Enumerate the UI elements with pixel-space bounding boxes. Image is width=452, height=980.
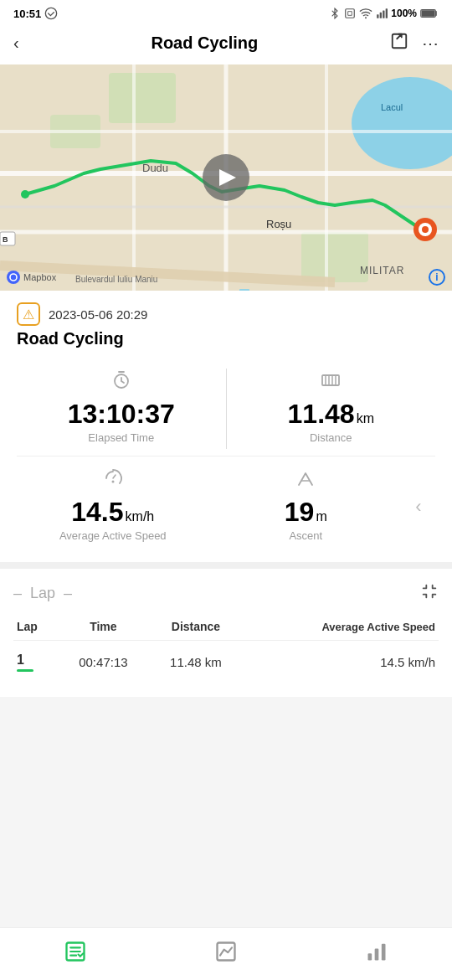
svg-line-50: [113, 475, 116, 478]
map-view: Lacul Bulevardul Iuliu Maniu E81 Dudu Ro…: [0, 64, 452, 291]
ascent-icon: [295, 468, 316, 493]
svg-rect-5: [383, 11, 384, 18]
stats-nav-icon: [365, 940, 388, 963]
wifi-icon: [359, 8, 372, 19]
mapbox-label: Mapbox: [23, 272, 56, 282]
distance-stat: 11.48 km Distance: [227, 362, 436, 456]
activity-nav-icon: [64, 940, 87, 963]
lap-number-cell: 1: [13, 641, 58, 684]
svg-text:Roșu: Roșu: [266, 218, 291, 230]
lap-expand-button[interactable]: [420, 582, 439, 605]
svg-rect-59: [382, 944, 386, 961]
stats-row-divider: [17, 456, 435, 456]
lap-distance-cell: 11.48 km: [148, 641, 243, 684]
map-info-button[interactable]: i: [429, 269, 445, 286]
expand-icon: [420, 582, 439, 601]
svg-rect-4: [380, 13, 382, 18]
stats-row-1: 13:10:37 Elapsed Time 11.48 km Distance: [17, 362, 435, 456]
warning-badge: ⚠: [17, 302, 40, 326]
avg-speed-label: Average Active Speed: [59, 529, 167, 542]
bottom-navigation: [0, 927, 452, 980]
svg-point-49: [111, 481, 114, 483]
ascent-stat: 19 m Ascent: [210, 460, 403, 554]
lap-table-header: Lap Time Distance Average Active Speed: [13, 613, 439, 641]
svg-point-41: [7, 271, 20, 284]
header-actions: ⋯: [390, 32, 439, 54]
elapsed-time-value: 13:10:37: [68, 399, 175, 430]
timer-icon: [111, 370, 131, 395]
check-circle-icon: [44, 7, 58, 20]
svg-rect-3: [377, 14, 378, 18]
nav-chart[interactable]: [194, 936, 258, 967]
activity-date-row: ⚠ 2023-05-06 20:29: [17, 302, 435, 326]
svg-point-34: [21, 190, 29, 199]
distance-label: Distance: [310, 431, 352, 444]
svg-rect-1: [346, 9, 355, 18]
status-bar: 10:51 100%: [0, 0, 452, 25]
bluetooth-icon: [329, 8, 341, 19]
more-button[interactable]: ⋯: [422, 34, 439, 54]
activity-date: 2023-05-06 20:29: [49, 307, 147, 322]
lap-title: – Lap –: [13, 585, 72, 602]
lap-underline: [17, 669, 33, 672]
page-title: Road Cycling: [151, 34, 258, 53]
svg-rect-13: [109, 73, 176, 123]
mapbox-logo: Mapbox: [7, 271, 56, 284]
lap-time-cell: 00:47:13: [58, 641, 148, 684]
svg-rect-15: [301, 232, 368, 282]
table-row: 1 00:47:13 11.48 km 14.5 km/h: [13, 641, 439, 684]
lap-dash-right: –: [64, 585, 72, 602]
activity-info-section: ⚠ 2023-05-06 20:29 Road Cycling 13:10:37…: [0, 291, 452, 562]
export-button[interactable]: [390, 32, 408, 54]
distance-value: 11.48 km: [288, 399, 374, 430]
status-time: 10:51: [13, 7, 58, 20]
svg-text:B: B: [3, 235, 8, 244]
nfc-icon: [344, 8, 356, 19]
svg-point-2: [365, 17, 367, 18]
chart-nav-icon: [214, 940, 238, 963]
svg-rect-40: [239, 289, 249, 291]
section-divider: [0, 562, 452, 569]
svg-text:Lacul: Lacul: [381, 102, 403, 112]
play-button[interactable]: [203, 154, 249, 201]
nav-stats[interactable]: [345, 936, 408, 967]
bottom-spacer: [0, 697, 452, 764]
lap-section: – Lap – Lap Time Distance Average Active…: [0, 569, 452, 697]
svg-point-0: [46, 8, 57, 18]
avg-speed-value: 14.5 km/h: [71, 497, 154, 528]
export-icon: [390, 32, 408, 50]
lap-number: 1: [17, 652, 54, 668]
col-lap: Lap: [13, 613, 58, 641]
top-navigation: ‹ Road Cycling ⋯: [0, 25, 452, 64]
signal-icon: [376, 8, 388, 19]
svg-rect-8: [421, 10, 434, 16]
activity-name: Road Cycling: [17, 329, 435, 348]
svg-rect-6: [386, 8, 388, 18]
stats-row-2: 14.5 km/h Average Active Speed 19 m Asce…: [17, 460, 435, 554]
elapsed-time-stat: 13:10:37 Elapsed Time: [17, 362, 226, 456]
svg-rect-57: [368, 953, 372, 960]
svg-text:MILITAR: MILITAR: [360, 265, 404, 276]
elapsed-time-label: Elapsed Time: [88, 431, 154, 444]
mapbox-icon: [7, 271, 20, 284]
battery-icon: [420, 8, 439, 18]
svg-rect-58: [375, 949, 379, 961]
lap-avgspeed-cell: 14.5 km/h: [244, 641, 439, 684]
avg-speed-stat: 14.5 km/h Average Active Speed: [17, 460, 209, 554]
back-button[interactable]: ‹: [13, 34, 19, 53]
ascent-value: 19 m: [285, 497, 327, 528]
warning-icon: ⚠: [23, 307, 34, 322]
lap-header: – Lap –: [13, 569, 439, 613]
distance-icon: [321, 370, 341, 395]
expand-stats-button[interactable]: ‹: [402, 496, 435, 518]
nav-activity[interactable]: [44, 936, 107, 967]
svg-point-37: [422, 226, 429, 233]
col-time: Time: [58, 613, 148, 641]
col-avg-speed: Average Active Speed: [244, 613, 439, 641]
svg-rect-44: [322, 375, 339, 385]
speed-icon: [103, 468, 123, 493]
col-distance: Distance: [148, 613, 243, 641]
map-attribution: Bulevardul Iuliu Maniu: [75, 275, 157, 284]
status-icons: 100%: [329, 8, 439, 19]
lap-table: Lap Time Distance Average Active Speed 1…: [13, 613, 439, 683]
